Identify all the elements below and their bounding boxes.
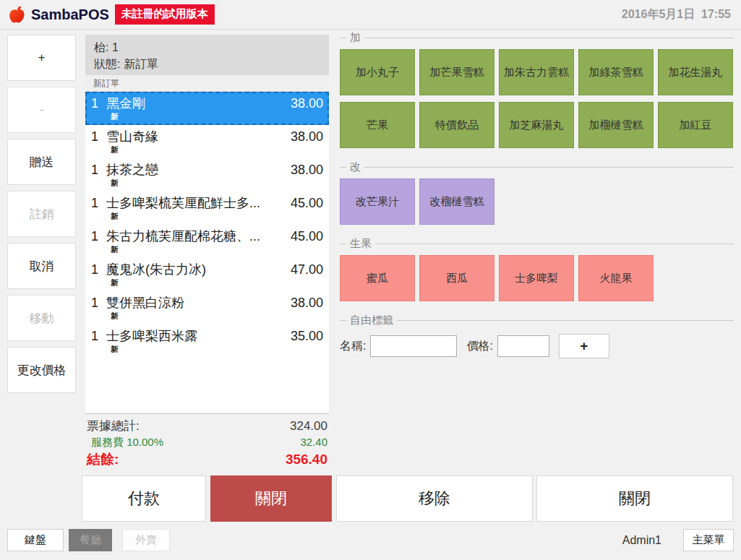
order-price: 38.00 <box>286 129 323 145</box>
ticket-status-label: 狀態: 新訂單 <box>94 56 320 72</box>
totals-label: 服務費 10.00% <box>91 434 163 449</box>
product-button[interactable]: 加芝麻湯丸 <box>499 102 574 148</box>
order-name: 雙併黑白涼粉 <box>106 294 286 311</box>
product-button[interactable]: 士多啤梨 <box>499 255 574 301</box>
order-name: 朱古力梳芙厘配棉花糖、... <box>106 228 286 245</box>
totals-row-service: 服務費 10.00%32.40 <box>87 434 327 449</box>
product-button[interactable]: 加紅豆 <box>658 102 733 148</box>
product-button[interactable]: 芒果 <box>340 102 415 148</box>
order-price: 45.00 <box>286 196 323 211</box>
order-row[interactable]: 1魔鬼冰(朱古力冰)47.00新 <box>85 258 329 291</box>
keyboard-button[interactable]: 鍵盤 <box>7 529 64 551</box>
totals-value: 356.40 <box>286 449 327 469</box>
sidebar-button[interactable]: 取消 <box>7 243 76 289</box>
product-button[interactable]: 特價飲品 <box>419 102 494 148</box>
order-state-badge: 新 <box>111 212 323 221</box>
order-qty: 1 <box>91 296 106 311</box>
order-row-line: 1雙併黑白涼粉38.00 <box>91 294 323 311</box>
sidebar-button[interactable]: + <box>7 35 76 81</box>
order-state-badge: 新 <box>111 311 323 321</box>
ticket-table-label: 枱: 1 <box>94 39 320 56</box>
free-tag-name-label: 名稱: <box>340 339 366 354</box>
totals-row-balance: 結餘:356.40 <box>87 449 327 469</box>
product-button[interactable]: 西瓜 <box>419 255 494 301</box>
totals-value: 324.00 <box>290 418 327 434</box>
order-name: 雪山奇緣 <box>106 128 286 145</box>
ticket-tab-new-order[interactable]: 新訂單 <box>85 77 119 90</box>
order-name: 抹茶之戀 <box>106 161 286 178</box>
product-button[interactable]: 蜜瓜 <box>340 255 415 301</box>
group-header: 自由標籤 <box>340 313 734 327</box>
sidebar-button[interactable]: - <box>7 87 76 133</box>
title-bar: SambaPOS 未註冊的試用版本 2016年5月1日 17:55 <box>0 0 741 30</box>
app-logo: SambaPOS <box>7 5 109 25</box>
order-state-badge: 新 <box>111 245 323 254</box>
order-row[interactable]: 1雪山奇緣38.00新 <box>85 125 329 158</box>
apple-logo-icon <box>7 5 27 25</box>
sidebar-button[interactable]: 移動 <box>7 295 76 341</box>
order-qty: 1 <box>91 229 106 244</box>
order-row[interactable]: 1黑金剛38.00新 <box>85 92 329 125</box>
order-price: 38.00 <box>286 296 323 311</box>
product-button[interactable]: 加綠茶雪糕 <box>578 49 654 95</box>
main-menu-button[interactable]: 主菜單 <box>683 529 734 551</box>
product-button[interactable]: 改榴槤雪糕 <box>419 178 494 225</box>
product-button[interactable]: 加朱古力雲糕 <box>499 49 574 95</box>
group-rule <box>340 167 346 168</box>
product-button[interactable]: 加小丸子 <box>340 49 415 95</box>
close-button[interactable]: 關閉 <box>210 475 332 522</box>
order-row-line: 1抹茶之戀38.00 <box>91 161 323 178</box>
remove-button[interactable]: 移除 <box>336 475 533 522</box>
product-button[interactable]: 改芒果汁 <box>340 178 415 225</box>
order-row[interactable]: 1士多啤梨西米露35.00新 <box>85 324 329 358</box>
product-button[interactable]: 加花生湯丸 <box>658 49 733 95</box>
ticket-header: 枱: 1 狀態: 新訂單 <box>85 35 329 75</box>
free-tag-price-input[interactable] <box>497 335 549 357</box>
totals-label: 票據總計: <box>87 418 140 434</box>
sidebar-button[interactable]: 更改價格 <box>7 347 76 393</box>
group-buttons: 蜜瓜西瓜士多啤梨火龍果 <box>340 255 734 301</box>
ticket-totals: 票據總計:324.00服務費 10.00%32.40結餘:356.40 <box>85 413 329 469</box>
order-row-line: 1黑金剛38.00 <box>91 95 323 112</box>
group-header: 改 <box>340 160 734 174</box>
order-price: 35.00 <box>286 329 323 344</box>
sidebar-button[interactable]: 註銷 <box>7 191 76 237</box>
sidebar-button[interactable]: 贈送 <box>7 139 76 185</box>
totals-label: 結餘: <box>87 449 119 469</box>
order-row[interactable]: 1朱古力梳芙厘配棉花糖、...45.00新 <box>85 225 329 258</box>
group-rule <box>340 320 346 321</box>
group-rule <box>340 38 346 38</box>
order-state-badge: 新 <box>111 145 323 155</box>
order-state-badge: 新 <box>111 278 323 288</box>
product-button[interactable]: 加芒果雪糕 <box>419 49 494 95</box>
order-state-badge: 新 <box>111 345 323 354</box>
datetime-label: 2016年5月1日 17:55 <box>622 7 731 22</box>
trial-version-badge: 未註冊的試用版本 <box>115 4 215 25</box>
free-tag-name-input[interactable] <box>370 335 457 357</box>
pay-button[interactable]: 付款 <box>82 475 206 522</box>
order-name: 士多啤梨西米露 <box>106 327 286 345</box>
order-row[interactable]: 1抹茶之戀38.00新 <box>85 158 329 191</box>
order-row-line: 1魔鬼冰(朱古力冰)47.00 <box>91 261 323 278</box>
order-name: 黑金剛 <box>106 95 286 112</box>
takeaway-button[interactable]: 外賣 <box>122 529 170 551</box>
order-row-line: 1雪山奇緣38.00 <box>91 128 323 145</box>
add-free-tag-button[interactable]: + <box>559 334 609 358</box>
product-button[interactable]: 火龍果 <box>578 255 654 301</box>
group-title: 生果 <box>346 237 375 251</box>
totals-value: 32.40 <box>300 434 327 449</box>
group-title: 改 <box>346 160 364 174</box>
order-row[interactable]: 1雙併黑白涼粉38.00新 <box>85 291 329 324</box>
group-rule <box>397 320 734 321</box>
group-header: 生果 <box>340 236 734 251</box>
free-tag-price-label: 價格: <box>466 339 492 354</box>
totals-row-total: 票據總計:324.00 <box>87 418 327 434</box>
order-row[interactable]: 1士多啤梨梳芙厘配鮮士多...45.00新 <box>85 191 329 225</box>
order-row-line: 1士多啤梨西米露35.00 <box>91 327 323 345</box>
order-qty: 1 <box>91 196 106 211</box>
product-button[interactable]: 加榴槤雪糕 <box>578 102 654 148</box>
close-button[interactable]: 關閉 <box>536 475 733 522</box>
order-qty: 1 <box>91 329 106 344</box>
restaurant-button[interactable]: 餐廳 <box>69 529 112 551</box>
status-bar: 鍵盤餐廳外賣 Admin1 主菜單 <box>0 528 741 553</box>
